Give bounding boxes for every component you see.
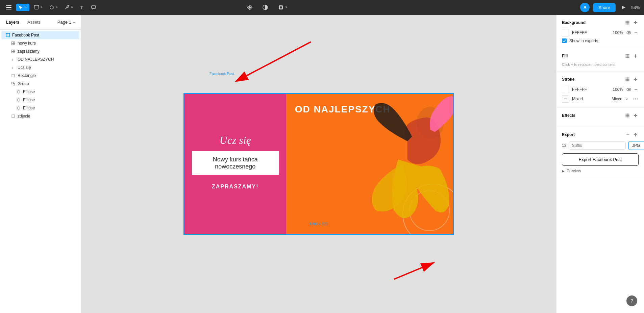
effects-grid-button[interactable] [624,112,630,119]
effects-add-button[interactable] [633,112,639,119]
pen-tool-button[interactable] [63,4,75,11]
background-color-swatch[interactable] [562,29,569,36]
component-icon-button[interactable] [245,3,255,12]
fill-add-button[interactable] [633,53,639,59]
toolbar-center [245,3,290,12]
background-visibility-button[interactable] [626,30,632,35]
svg-point-87 [628,114,629,114]
svg-rect-30 [12,74,15,77]
svg-point-71 [627,79,628,80]
svg-point-33 [17,90,20,93]
help-button[interactable]: ? [626,295,637,306]
preview-row[interactable]: ▶ Preview [562,168,639,173]
play-button[interactable] [619,4,628,11]
effects-header: Effects [562,112,639,119]
svg-point-79 [628,89,629,90]
background-grid-button[interactable] [624,20,630,26]
svg-point-48 [626,24,626,24]
rect-icon [11,114,16,119]
zoom-level: 54% [631,5,640,10]
tab-layers[interactable]: Layers [3,18,23,27]
fill-header: Fill [562,53,639,59]
background-remove-button[interactable] [633,30,639,35]
svg-point-72 [628,79,629,80]
avatar[interactable]: A [580,3,590,12]
svg-point-73 [626,80,626,81]
svg-point-44 [628,21,629,22]
stroke-grid-button[interactable] [624,76,630,82]
fill-grid-button[interactable] [624,53,630,59]
ellipse-icon [16,106,21,110]
svg-rect-26 [12,52,13,53]
effects-actions [624,112,639,119]
page-selector[interactable]: Page 1 [55,18,78,26]
fill-button[interactable] [276,3,290,12]
svg-point-90 [628,115,629,116]
export-button[interactable]: Export Facebook Post [562,153,639,166]
panel-tabs: Layers Assets Page 1 [0,15,81,30]
move-tool-button[interactable] [16,4,29,11]
layer-item[interactable]: Group [1,80,79,88]
layer-item[interactable]: Rectangle [1,72,79,80]
shape-tool-button[interactable] [47,4,60,11]
svg-text:T: T [80,5,83,10]
svg-point-92 [627,116,628,117]
layer-item[interactable]: zdjecie [1,112,79,120]
stroke-actions [624,76,639,82]
background-add-button[interactable] [633,20,639,26]
svg-point-61 [628,56,629,56]
design-frame[interactable]: Ucz się Nowy kurs tańca nowoczesnego ZAP… [183,93,454,235]
layer-item[interactable]: Facebook Post [1,31,79,39]
annotation-arrow [159,38,328,86]
export-actions [625,132,639,138]
frame-tool-button[interactable] [32,4,45,11]
text-tool-button[interactable]: T [78,4,86,11]
layer-item[interactable]: T Ucz się [1,63,79,72]
svg-rect-14 [280,6,282,8]
stroke-style-row: Mixed Mixed [562,95,639,103]
canvas-area[interactable]: Facebook Post Ucz się Nowy kurs tańca no… [81,15,556,313]
svg-rect-36 [12,115,15,118]
frame-icon [5,33,10,37]
export-format-select[interactable]: JPG PNG SVG PDF WEBP [628,141,644,150]
stroke-add-button[interactable] [633,76,639,82]
svg-point-9 [68,5,69,6]
svg-line-41 [394,262,435,279]
layer-item[interactable]: Ellipse [1,88,79,96]
share-button[interactable]: Share [593,3,616,12]
svg-point-58 [628,54,629,55]
layer-item[interactable]: zapraszamy [1,47,79,55]
menu-button[interactable] [4,3,14,11]
layer-item[interactable]: Ellipse [1,96,79,104]
grid-icon [11,41,16,46]
svg-rect-11 [92,6,96,8]
svg-point-56 [626,54,626,55]
export-suffix-input[interactable] [569,141,626,150]
svg-point-89 [627,115,628,116]
ellipse-icon [16,89,21,94]
svg-point-54 [628,32,629,33]
svg-point-49 [627,24,628,24]
stroke-color-swatch[interactable] [562,86,569,93]
tab-assets[interactable]: Assets [24,18,44,27]
svg-point-50 [628,24,629,24]
show-exports-checkbox[interactable] [562,38,567,43]
stroke-remove-button[interactable] [633,87,639,92]
export-add-button[interactable] [633,132,639,138]
svg-point-60 [627,56,628,56]
comment-tool-button[interactable] [89,4,98,11]
export-remove-button[interactable] [625,132,630,137]
stroke-color-value: FFFFFF [572,87,610,92]
stroke-visibility-button[interactable] [626,87,632,92]
svg-point-62 [626,57,626,58]
contrast-button[interactable] [260,3,270,12]
cta-button: ZAPRASZAMY! [198,180,272,194]
fill-title: Fill [562,54,568,58]
layer-item[interactable]: Ellipse [1,104,79,112]
layer-item[interactable]: T OD NAJLEPSZYCH [1,55,79,63]
grid-icon [11,49,16,54]
svg-point-64 [628,57,629,58]
stroke-more-button[interactable] [633,98,639,100]
layer-item[interactable]: nowy kurs [1,39,79,47]
text-icon: T [11,57,16,62]
